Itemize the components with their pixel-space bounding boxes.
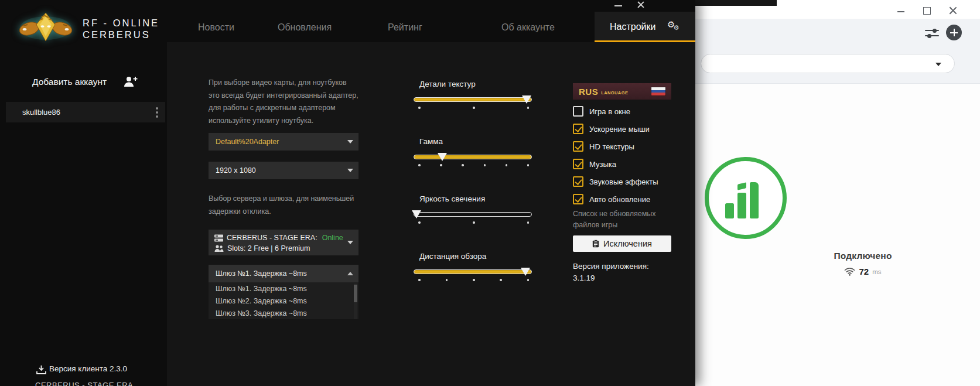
checkbox-row[interactable]: HD текстуры — [573, 141, 634, 152]
download-icon — [36, 365, 46, 374]
checkbox-row[interactable]: Игра в окне — [573, 106, 630, 117]
ping-value: 72 — [859, 267, 869, 276]
tab-settings[interactable]: Настройки ⚙⚙ — [595, 12, 695, 42]
gateway-options: Шлюз №1. Задержка ~8ms Шлюз №2. Задержка… — [209, 282, 358, 319]
clipboard-icon — [592, 240, 599, 248]
adapter-dropdown[interactable]: Default%20Adapter — [209, 133, 358, 151]
person-add-icon[interactable] — [123, 76, 138, 87]
tab-news[interactable]: Новости — [198, 22, 234, 33]
bar-chart-icon — [725, 203, 734, 218]
launcher-window: RF - ONLINE CERBERUS Новости Обновления … — [0, 0, 695, 386]
server-note: Выбор сервера и шлюза, для наименьшей за… — [209, 193, 358, 218]
ping-row: 72 ms — [814, 267, 912, 276]
close-icon[interactable] — [948, 6, 958, 15]
slider[interactable]: Детали текстур — [414, 80, 532, 115]
slider-ticks — [414, 221, 532, 225]
chevron-down-icon — [935, 63, 941, 66]
server-icon — [214, 234, 223, 242]
brand-title: RF - ONLINE CERBERUS — [83, 17, 159, 40]
brand-line1: RF - ONLINE — [83, 17, 159, 29]
ping-unit: ms — [872, 268, 881, 275]
chevron-down-icon — [347, 140, 353, 144]
slider-label: Детали текстур — [419, 80, 476, 88]
add-account-button[interactable]: Добавить аккаунт — [32, 77, 107, 87]
slider-track[interactable] — [414, 269, 532, 274]
language-button[interactable]: RUS LANGUAGE — [573, 83, 671, 100]
checkbox-row[interactable]: Звуковые эффекты — [573, 176, 658, 187]
connection-select[interactable] — [701, 54, 955, 73]
screen: Подключено 72 ms — [0, 0, 980, 386]
account-name: skullblue86 — [22, 108, 60, 117]
checkbox-row[interactable]: Ускорение мыши — [573, 124, 650, 134]
app-version-value: 3.1.19 — [573, 274, 595, 282]
server-name-row: CERBERUS - STAGE ERA: Online — [214, 233, 343, 242]
footer-server-name: CERBERUS - STAGE ERA — [35, 381, 133, 386]
chevron-down-icon — [347, 241, 353, 244]
filter-sliders-icon[interactable] — [925, 28, 939, 39]
exclusions-button-label: Исключения — [603, 239, 652, 248]
slider-ticks — [414, 279, 532, 282]
slider[interactable]: Дистанция обзора — [414, 252, 532, 287]
brand-line2: CERBERUS — [83, 29, 159, 40]
server-slots-row: Slots: 2 Free | 6 Premium — [214, 244, 310, 253]
server-status: Online — [322, 234, 343, 242]
kebab-menu-icon[interactable] — [156, 107, 158, 110]
slider-track[interactable] — [414, 97, 532, 102]
wifi-icon — [844, 267, 855, 276]
slider-thumb[interactable] — [438, 153, 447, 161]
add-plus-icon[interactable] — [946, 25, 962, 40]
gateway-selected[interactable]: Шлюз №1. Задержка ~8ms — [209, 265, 358, 282]
checkbox[interactable] — [573, 106, 583, 117]
scrollbar[interactable] — [354, 283, 357, 319]
chevron-up-icon[interactable] — [347, 272, 353, 275]
video-note: При выборе видео карты, для ноутбуков эт… — [209, 77, 358, 127]
server-name: CERBERUS - STAGE ERA: — [227, 234, 317, 242]
checkbox-row[interactable]: Музыка — [573, 159, 616, 169]
scrollbar-thumb[interactable] — [354, 285, 357, 302]
slider[interactable]: Гамма — [414, 137, 532, 172]
adapter-value: Default%20Adapter — [216, 138, 279, 146]
slider-track[interactable] — [414, 212, 532, 217]
server-dropdown[interactable]: CERBERUS - STAGE ERA: Online Slots: 2 Fr… — [209, 230, 358, 255]
checkbox-row[interactable]: Авто обновление — [573, 194, 650, 204]
slider[interactable]: Яркость свечения — [414, 194, 532, 230]
tab-updates[interactable]: Обновления — [278, 22, 332, 33]
slider-thumb[interactable] — [412, 210, 421, 218]
gears-icon: ⚙⚙ — [667, 19, 681, 30]
language-label: LANGUAGE — [601, 90, 628, 95]
gateway-option[interactable]: Шлюз №2. Задержка ~8ms — [209, 295, 358, 307]
slider-ticks — [414, 164, 532, 168]
gateway-option[interactable]: Шлюз №3. Задержка ~8ms — [209, 307, 358, 319]
checkbox[interactable] — [573, 141, 583, 152]
tab-account[interactable]: Об аккаунте — [501, 22, 555, 33]
close-icon[interactable] — [637, 1, 645, 9]
minimize-icon[interactable] — [614, 5, 622, 6]
russian-flag-icon — [651, 87, 665, 95]
slider-thumb[interactable] — [522, 95, 531, 104]
account-row[interactable]: skullblue86 — [6, 102, 165, 122]
connector-window: Подключено 72 ms — [695, 0, 980, 386]
connection-logo — [705, 157, 787, 239]
resolution-dropdown[interactable]: 1920 x 1080 — [209, 162, 358, 179]
language-code: RUS — [579, 87, 598, 97]
gateway-list: Шлюз №1. Задержка ~8ms Шлюз №1. Задержка… — [209, 265, 358, 319]
checkbox[interactable] — [573, 124, 583, 134]
gateway-option[interactable]: Шлюз №1. Задержка ~8ms — [209, 282, 358, 295]
maximize-icon[interactable] — [923, 7, 931, 15]
exclusions-button[interactable]: Исключения — [573, 235, 671, 252]
checkbox[interactable] — [573, 159, 583, 169]
connection-status: Подключено — [814, 251, 912, 261]
people-icon — [214, 245, 224, 252]
connector-toolbar — [695, 19, 980, 84]
app-version-label: Версия приложения: — [573, 262, 649, 271]
slider-thumb[interactable] — [521, 268, 530, 276]
minimize-icon[interactable] — [897, 11, 904, 12]
checkbox[interactable] — [573, 176, 583, 187]
checkbox[interactable] — [573, 194, 583, 204]
slider-label: Гамма — [419, 137, 443, 146]
slider-track[interactable] — [414, 155, 532, 159]
chevron-down-icon — [347, 169, 353, 172]
tab-rating[interactable]: Рейтинг — [388, 22, 422, 33]
exclusions-note: Список не обновляемых файлов игры — [573, 209, 661, 231]
slider-label: Дистанция обзора — [419, 252, 486, 261]
